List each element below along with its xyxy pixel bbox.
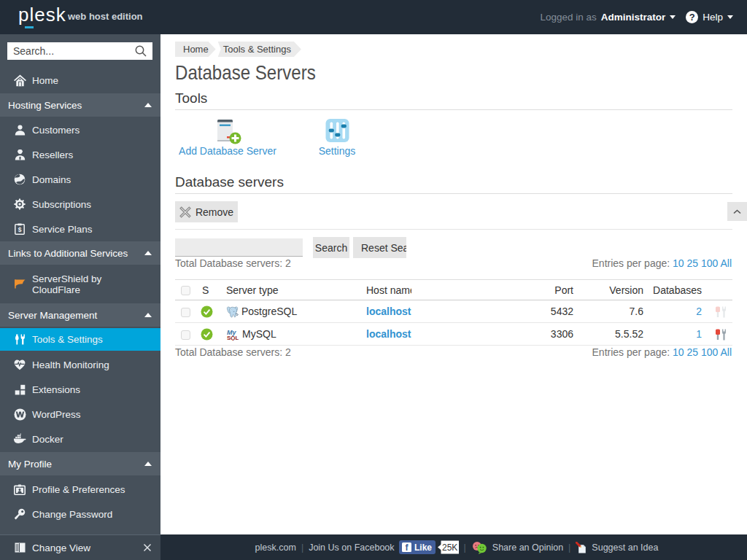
svg-text:SQL: SQL xyxy=(227,335,239,341)
svg-text:Like: Like xyxy=(414,542,432,553)
svg-text:$: $ xyxy=(18,226,22,233)
svg-text:25K: 25K xyxy=(442,542,457,553)
